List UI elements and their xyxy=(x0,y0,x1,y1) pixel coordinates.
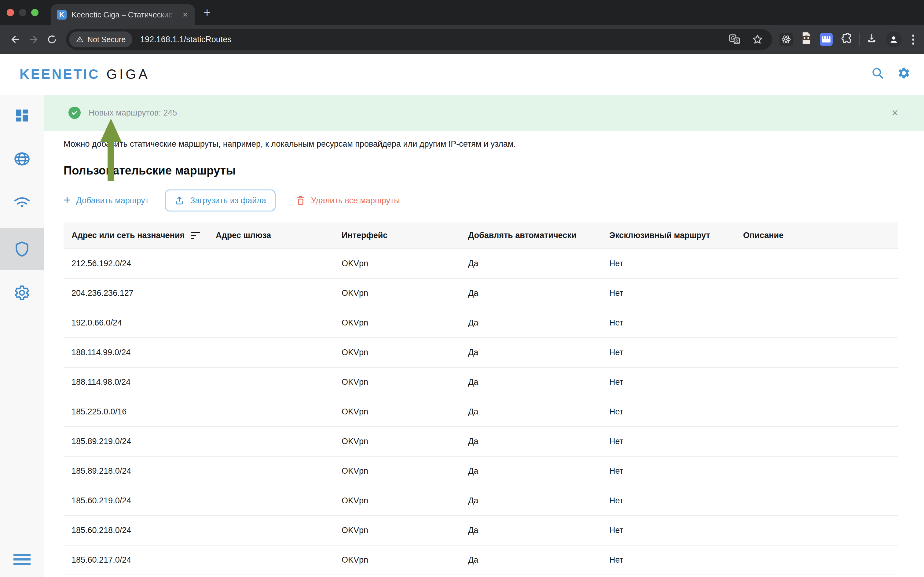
banner-message: Новых маршрутов: 245 xyxy=(89,108,892,118)
table-header-row: Адрес или сеть назначения Адрес шлюза Ин… xyxy=(64,222,898,249)
settings-gear-icon[interactable] xyxy=(897,66,911,82)
svg-text:文: 文 xyxy=(734,39,739,44)
cell-destination: 185.60.217.0/24 xyxy=(64,555,208,565)
cell-interface: OKVpn xyxy=(334,288,460,298)
cell-auto: Да xyxy=(460,525,601,535)
measure-extension-icon[interactable] xyxy=(820,33,833,46)
sort-icon[interactable] xyxy=(191,232,200,239)
browser-tab[interactable]: K Keenetic Giga – Статические × xyxy=(51,4,195,25)
table-row[interactable]: 185.89.218.0/24 OKVpn Да Нет xyxy=(64,456,898,486)
sidebar-item-security[interactable] xyxy=(0,228,44,270)
sidebar-item-internet[interactable] xyxy=(0,141,44,177)
notification-banner: Новых маршрутов: 245 × xyxy=(44,95,924,131)
check-circle-icon xyxy=(68,106,80,119)
table-row[interactable]: 212.56.192.0/24 OKVpn Да Нет xyxy=(64,249,898,279)
downloads-icon[interactable] xyxy=(866,32,878,47)
cell-interface: OKVpn xyxy=(334,318,460,328)
security-chip[interactable]: Not Secure xyxy=(69,31,132,47)
table-row[interactable]: 185.89.219.0/24 OKVpn Да Нет xyxy=(64,427,898,456)
zoom-window-button[interactable] xyxy=(31,9,39,16)
table-row[interactable]: 188.114.99.0/24 OKVpn Да Нет xyxy=(64,338,898,367)
tab-title: Keenetic Giga – Статические xyxy=(71,10,180,19)
banner-close-icon[interactable]: × xyxy=(892,107,898,119)
back-button[interactable] xyxy=(6,30,24,48)
cell-interface: OKVpn xyxy=(334,259,460,268)
cell-destination: 212.56.192.0/24 xyxy=(64,259,208,268)
app-header: KEENETIC GIGA xyxy=(0,54,924,95)
cell-exclusive: Нет xyxy=(601,288,735,298)
table-row[interactable]: 185.60.219.0/24 OKVpn Да Нет xyxy=(64,486,898,516)
bookmark-star-icon[interactable] xyxy=(751,33,764,45)
cell-destination: 188.114.99.0/24 xyxy=(64,348,208,357)
url-text[interactable]: 192.168.1.1/staticRoutes xyxy=(140,35,728,44)
upload-from-file-button[interactable]: Загрузить из файла xyxy=(165,190,275,211)
sidebar-item-wifi[interactable] xyxy=(0,185,44,221)
profile-avatar[interactable] xyxy=(886,31,902,47)
cell-exclusive: Нет xyxy=(601,437,735,446)
col-interface[interactable]: Интерфейс xyxy=(334,231,460,240)
globe-icon xyxy=(13,151,31,167)
address-bar[interactable]: Not Secure 192.168.1.1/staticRoutes G文 xyxy=(66,29,772,50)
cell-interface: OKVpn xyxy=(334,437,460,446)
cell-auto: Да xyxy=(460,437,601,446)
new-tab-button[interactable]: + xyxy=(203,6,211,19)
extensions-puzzle-icon[interactable] xyxy=(840,32,853,47)
cell-destination: 185.89.218.0/24 xyxy=(64,466,208,476)
cell-interface: OKVpn xyxy=(334,496,460,506)
screen: { "browser": { "window_controls": ["clos… xyxy=(0,0,924,577)
table-row[interactable]: 185.60.218.0/24 OKVpn Да Нет xyxy=(64,516,898,546)
add-route-button[interactable]: + Добавить маршрут xyxy=(64,195,149,206)
cell-interface: OKVpn xyxy=(334,555,460,565)
table-row[interactable]: 204.236.236.127 OKVpn Да Нет xyxy=(64,279,898,308)
cell-interface: OKVpn xyxy=(334,525,460,535)
cell-exclusive: Нет xyxy=(601,377,735,387)
cell-destination: 185.60.219.0/24 xyxy=(64,496,208,506)
dashboard-icon xyxy=(14,108,30,124)
cell-exclusive: Нет xyxy=(601,259,735,268)
reload-button[interactable] xyxy=(43,30,61,48)
col-description[interactable]: Описание xyxy=(735,231,898,240)
gear-outline-icon xyxy=(14,285,30,301)
minimize-window-button[interactable] xyxy=(19,9,26,16)
shield-icon xyxy=(14,240,30,258)
sidebar-item-settings[interactable] xyxy=(0,275,44,311)
browser-menu-icon[interactable] xyxy=(910,34,917,45)
col-destination[interactable]: Адрес или сеть назначения xyxy=(64,231,208,240)
content: Новых маршрутов: 245 × Можно добавить ст… xyxy=(44,95,924,577)
cell-destination: 185.89.219.0/24 xyxy=(64,437,208,446)
delete-all-routes-button[interactable]: Удалить все маршруты xyxy=(296,195,400,206)
cell-auto: Да xyxy=(460,348,601,357)
col-auto[interactable]: Добавлять автоматически xyxy=(460,231,601,240)
cell-exclusive: Нет xyxy=(601,466,735,476)
table-row[interactable]: 185.60.217.0/24 OKVpn Да Нет xyxy=(64,546,898,575)
sidebar-menu-toggle[interactable] xyxy=(0,549,44,570)
tab-close-icon[interactable]: × xyxy=(180,9,190,20)
sidebar xyxy=(0,95,44,577)
table-row[interactable]: 192.0.66.0/24 OKVpn Да Нет xyxy=(64,308,898,338)
privacy-mask-extension-icon[interactable] xyxy=(801,32,812,47)
keenetic-logo: KEENETIC GIGA xyxy=(19,67,150,82)
cell-interface: OKVpn xyxy=(334,377,460,387)
forward-button[interactable] xyxy=(24,30,43,48)
window-controls xyxy=(7,9,39,16)
browser-tabstrip: K Keenetic Giga – Статические × + xyxy=(0,0,924,25)
col-gateway[interactable]: Адрес шлюза xyxy=(208,231,334,240)
add-route-label: Добавить маршрут xyxy=(76,196,149,205)
cell-destination: 188.114.98.0/24 xyxy=(64,377,208,387)
cell-auto: Да xyxy=(460,496,601,506)
table-row[interactable]: 185.225.0.0/16 OKVpn Да Нет xyxy=(64,397,898,427)
cell-auto: Да xyxy=(460,377,601,387)
actions-bar: + Добавить маршрут Загрузить из файла Уд… xyxy=(64,190,924,211)
wifi-icon xyxy=(13,196,31,210)
upload-label: Загрузить из файла xyxy=(190,196,266,205)
cell-exclusive: Нет xyxy=(601,348,735,357)
col-exclusive[interactable]: Эксклюзивный маршрут xyxy=(601,231,735,240)
react-devtools-extension-icon[interactable] xyxy=(779,33,793,46)
sidebar-item-dashboard[interactable] xyxy=(0,98,44,133)
close-window-button[interactable] xyxy=(7,9,14,16)
cell-auto: Да xyxy=(460,259,601,268)
translate-icon[interactable]: G文 xyxy=(728,33,741,45)
search-icon[interactable] xyxy=(871,66,884,82)
cell-exclusive: Нет xyxy=(601,407,735,417)
table-row[interactable]: 188.114.98.0/24 OKVpn Да Нет xyxy=(64,367,898,397)
